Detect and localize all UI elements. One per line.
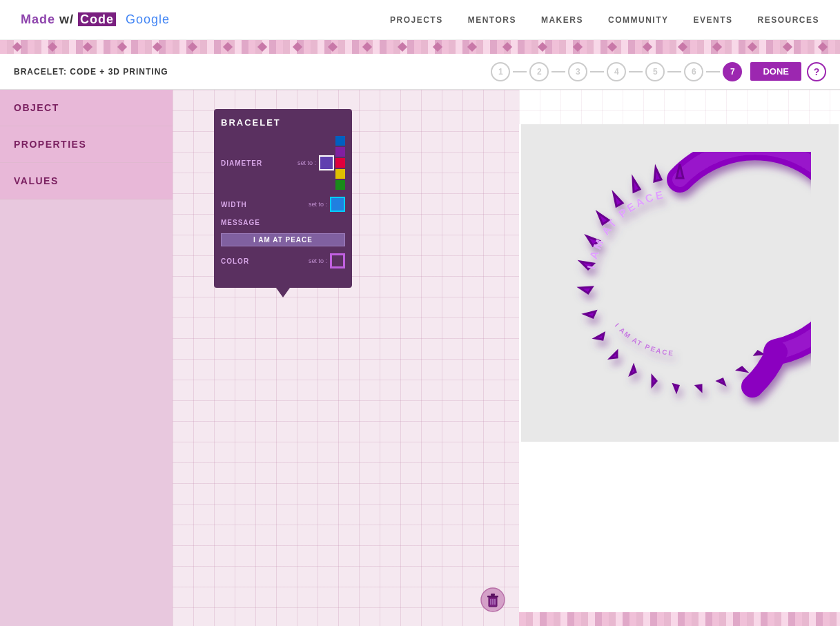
color-palette-diameter: [335, 136, 345, 190]
steps: 1 2 3 4 5 6 7: [491, 62, 742, 81]
popup-set-diameter: set to :: [297, 159, 316, 166]
svg-rect-2: [487, 596, 498, 598]
nav-links: PROJECTS MENTORS MAKERS COMMUNITY EVENTS…: [390, 15, 819, 25]
step-1[interactable]: 1: [491, 62, 510, 81]
preview-area: I AM AT PEACE I AM AT PEACE: [519, 90, 840, 626]
step-2[interactable]: 2: [529, 62, 549, 81]
bracelet-svg: I AM AT PEACE I AM AT PEACE: [549, 152, 811, 414]
main-area: OBJECT PROPERTIES VALUES BRACELET DIAMET…: [0, 90, 840, 626]
popup-title: BRACELET: [221, 117, 345, 128]
popup-block: BRACELET DIAMETER set to : WIDTH set to …: [214, 109, 352, 288]
nav-resources[interactable]: RESOURCES: [757, 15, 819, 25]
nav-events[interactable]: EVENTS: [693, 15, 732, 25]
color-red[interactable]: [335, 158, 345, 168]
popup-label-diameter: DIAMETER: [221, 159, 297, 167]
nav-projects[interactable]: PROJECTS: [390, 15, 443, 25]
message-input[interactable]: [221, 233, 345, 246]
canvas-left[interactable]: BRACELET DIAMETER set to : WIDTH set to …: [173, 90, 519, 626]
color-blue[interactable]: [335, 136, 345, 146]
help-button[interactable]: ?: [807, 62, 826, 81]
popup-row-diameter: DIAMETER set to :: [221, 136, 345, 190]
step-dash-3: [590, 71, 604, 72]
sidebar-item-values[interactable]: VALUES: [0, 163, 173, 199]
color-purple[interactable]: [335, 147, 345, 157]
preview-grid-top: [519, 90, 840, 124]
popup-label-message: MESSAGE: [221, 219, 345, 226]
svg-text:I AM AT PEACE: I AM AT PEACE: [585, 188, 665, 270]
sidebar-item-properties[interactable]: PROPERTIES: [0, 126, 173, 163]
color-outline-swatch[interactable]: [330, 253, 345, 268]
width-swatch[interactable]: [330, 197, 345, 212]
step-3[interactable]: 3: [568, 62, 587, 81]
nav-makers[interactable]: MAKERS: [541, 15, 583, 25]
step-5[interactable]: 5: [645, 62, 665, 81]
navbar: Made w/ Code Google PROJECTS MENTORS MAK…: [0, 0, 840, 40]
popup-label-color: COLOR: [221, 257, 309, 265]
deco-strip-top: [0, 40, 840, 54]
step-4[interactable]: 4: [607, 62, 626, 81]
step-dash-4: [629, 71, 643, 72]
sidebar: OBJECT PROPERTIES VALUES: [0, 90, 173, 626]
step-dash-5: [667, 71, 681, 72]
done-button[interactable]: DONE: [750, 62, 801, 81]
popup-row-color: COLOR set to :: [221, 253, 345, 268]
step-dash-2: [551, 71, 565, 72]
color-yellow[interactable]: [335, 169, 345, 179]
nav-mentors[interactable]: MENTORS: [468, 15, 516, 25]
step-dash-1: [513, 71, 527, 72]
step-dash-6: [706, 71, 720, 72]
popup-row-message-input: [221, 233, 345, 246]
step-7[interactable]: 7: [723, 62, 742, 81]
step-bar: BRACELET: CODE + 3D PRINTING 1 2 3 4 5 6…: [0, 54, 840, 90]
logo[interactable]: Made w/ Code Google: [21, 12, 170, 27]
preview-canvas: I AM AT PEACE I AM AT PEACE: [521, 124, 839, 442]
step-6[interactable]: 6: [684, 62, 703, 81]
svg-text:I AM AT PEACE: I AM AT PEACE: [613, 322, 674, 357]
nav-community[interactable]: COMMUNITY: [608, 15, 669, 25]
trash-icon[interactable]: [480, 587, 505, 612]
popup-set-color: set to :: [309, 257, 327, 264]
popup-row-width: WIDTH set to :: [221, 197, 345, 212]
svg-rect-3: [491, 594, 495, 596]
diameter-swatch[interactable]: [319, 155, 334, 170]
deco-strip-bottom: [519, 612, 840, 626]
color-green[interactable]: [335, 180, 345, 190]
popup-label-width: WIDTH: [221, 201, 309, 208]
sidebar-empty: [0, 199, 173, 626]
sidebar-item-object[interactable]: OBJECT: [0, 90, 173, 126]
breadcrumb: BRACELET: CODE + 3D PRINTING: [14, 67, 491, 77]
popup-row-message: MESSAGE: [221, 219, 345, 226]
popup-set-width: set to :: [309, 201, 327, 208]
